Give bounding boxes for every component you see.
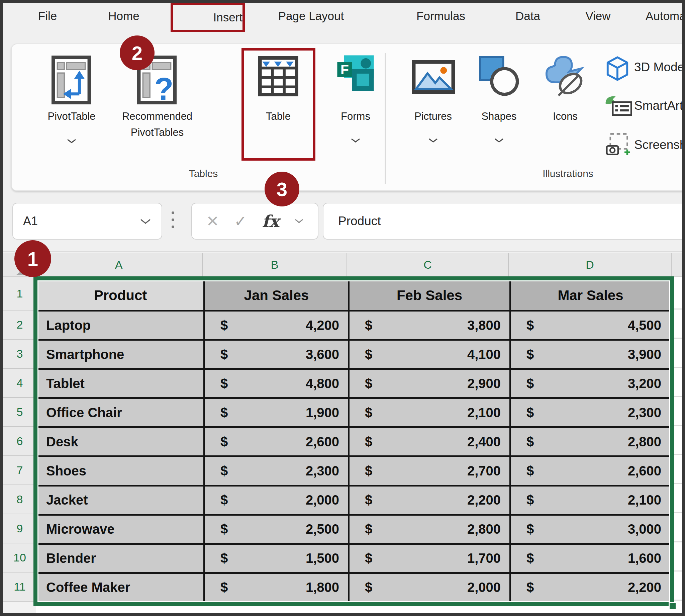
product-cell[interactable]: Microwave <box>38 515 203 543</box>
money-cell[interactable]: $2,600 <box>205 428 348 455</box>
icons-button[interactable] <box>543 54 586 100</box>
row-header[interactable]: 7 <box>3 456 36 485</box>
money-cell[interactable]: $4,100 <box>349 340 509 368</box>
recommended-pivottables-label2: PivotTables <box>110 127 204 138</box>
row-header[interactable]: 8 <box>3 485 36 514</box>
product-cell[interactable]: Desk <box>38 428 203 455</box>
money-cell[interactable]: $3,800 <box>349 311 509 339</box>
divider <box>3 251 682 252</box>
money-cell[interactable]: $3,000 <box>511 515 670 543</box>
row-header[interactable]: 3 <box>3 339 36 369</box>
money-cell[interactable]: $2,200 <box>511 574 670 601</box>
money-cell[interactable]: $3,200 <box>511 370 670 397</box>
header-cell[interactable]: Jan Sales <box>205 281 348 310</box>
tab-data[interactable]: Data <box>516 9 540 23</box>
cancel-icon[interactable]: ✕ <box>206 212 219 230</box>
money-cell[interactable]: $2,600 <box>511 457 670 484</box>
row-header[interactable]: 5 <box>3 398 36 427</box>
currency-symbol: $ <box>349 463 372 479</box>
forms-button[interactable]: F <box>336 54 375 94</box>
tab-view[interactable]: View <box>585 9 611 23</box>
money-cell[interactable]: $2,700 <box>349 457 509 484</box>
fx-dropdown-chevron-icon[interactable] <box>294 219 304 224</box>
row-header[interactable]: 11 <box>3 572 36 601</box>
product-cell[interactable]: Coffee Maker <box>38 574 203 601</box>
row-header[interactable]: 2 <box>3 310 36 339</box>
product-cell[interactable]: Tablet <box>38 370 203 397</box>
product-cell[interactable]: Blender <box>38 545 203 572</box>
tab-formulas[interactable]: Formulas <box>416 9 465 23</box>
row-header[interactable]: 9 <box>3 514 36 543</box>
name-box-chevron-icon[interactable] <box>139 218 152 225</box>
column-header-c[interactable]: C <box>347 253 509 277</box>
money-cell[interactable]: $3,900 <box>511 340 670 368</box>
header-cell[interactable]: Feb Sales <box>349 281 509 310</box>
pictures-button[interactable] <box>412 60 455 95</box>
chevron-down-icon[interactable] <box>67 138 76 144</box>
chevron-down-icon[interactable] <box>350 138 361 143</box>
currency-symbol: $ <box>349 522 372 537</box>
3d-models-button[interactable] <box>606 56 630 83</box>
row-header[interactable]: 4 <box>3 369 36 398</box>
name-box[interactable]: A1 <box>13 203 162 240</box>
product-cell[interactable]: Jacket <box>38 486 203 514</box>
header-cell[interactable]: Mar Sales <box>511 281 670 310</box>
smartart-button[interactable] <box>604 95 633 118</box>
money-cell[interactable]: $1,900 <box>205 399 348 426</box>
fill-handle[interactable] <box>669 602 677 610</box>
enter-icon[interactable]: ✓ <box>234 212 247 230</box>
row-header[interactable]: 6 <box>3 427 36 456</box>
chevron-down-icon[interactable] <box>428 138 438 143</box>
product-cell[interactable]: Laptop <box>38 311 203 339</box>
money-cell[interactable]: $2,100 <box>349 399 509 426</box>
money-cell[interactable]: $2,500 <box>205 515 348 543</box>
money-cell[interactable]: $2,800 <box>349 515 509 543</box>
money-cell[interactable]: $2,300 <box>511 399 670 426</box>
money-cell[interactable]: $3,600 <box>205 340 348 368</box>
money-cell[interactable]: $1,500 <box>205 545 348 572</box>
tab-home[interactable]: Home <box>108 9 139 23</box>
column-header-b[interactable]: B <box>203 253 347 277</box>
cell-value: 1,600 <box>628 551 670 566</box>
cell-value: 2,400 <box>467 434 509 449</box>
money-cell[interactable]: $1,700 <box>349 545 509 572</box>
cell-value: 3,200 <box>628 376 670 391</box>
product-cell[interactable]: Shoes <box>38 457 203 484</box>
money-cell[interactable]: $2,000 <box>349 574 509 601</box>
money-cell[interactable]: $4,200 <box>205 311 348 339</box>
product-cell[interactable]: Smartphone <box>38 340 203 368</box>
svg-text:?: ? <box>154 71 173 104</box>
row-header[interactable]: 1 <box>3 277 36 310</box>
tab-insert[interactable]: Insert <box>213 11 243 24</box>
currency-symbol: $ <box>205 463 228 479</box>
formula-input[interactable]: Product <box>323 203 685 240</box>
currency-symbol: $ <box>511 580 534 595</box>
product-cell[interactable]: Office Chair <box>38 399 203 426</box>
tab-file[interactable]: File <box>38 9 57 23</box>
money-cell[interactable]: $4,500 <box>511 311 670 339</box>
column-header-d[interactable]: D <box>509 253 671 277</box>
money-cell[interactable]: $2,100 <box>511 486 670 514</box>
header-cell[interactable]: Product <box>38 281 203 310</box>
money-cell[interactable]: $1,800 <box>205 574 348 601</box>
column-header-a[interactable]: A <box>36 253 203 277</box>
currency-symbol: $ <box>511 376 534 391</box>
money-cell[interactable]: $2,400 <box>349 428 509 455</box>
money-cell[interactable]: $2,300 <box>205 457 348 484</box>
money-cell[interactable]: $2,900 <box>349 370 509 397</box>
money-cell[interactable]: $4,800 <box>205 370 348 397</box>
money-cell[interactable]: $2,000 <box>205 486 348 514</box>
money-cell[interactable]: $2,200 <box>349 486 509 514</box>
insert-function-icon[interactable]: fx <box>262 212 279 231</box>
row-header[interactable]: 10 <box>3 543 36 572</box>
chevron-down-icon[interactable] <box>494 138 504 143</box>
tab-automate[interactable]: Automate <box>645 9 685 23</box>
money-cell[interactable]: $1,600 <box>511 545 670 572</box>
cell-value: 3,800 <box>467 318 509 333</box>
name-box-value: A1 <box>23 214 38 228</box>
screenshot-button[interactable] <box>606 132 631 158</box>
pivottable-button[interactable] <box>51 56 91 106</box>
shapes-button[interactable] <box>478 55 520 98</box>
money-cell[interactable]: $2,800 <box>511 428 670 455</box>
tab-page-layout[interactable]: Page Layout <box>278 9 344 23</box>
